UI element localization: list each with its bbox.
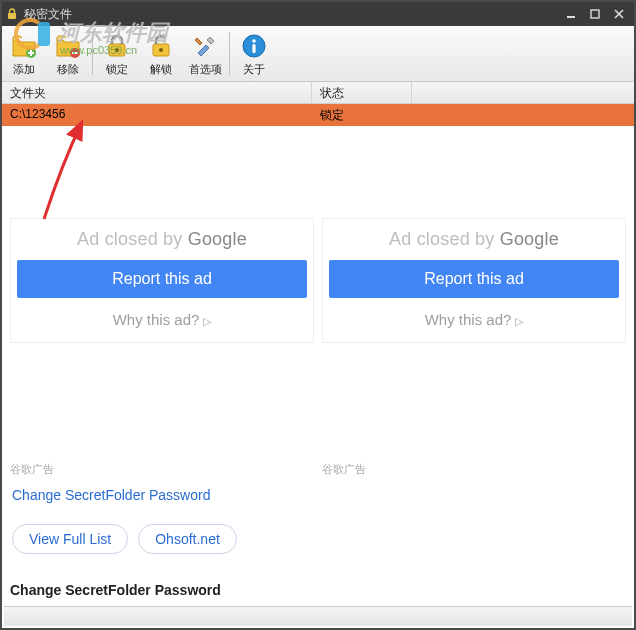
ohsoft-button[interactable]: Ohsoft.net <box>138 524 237 554</box>
lock-icon <box>6 8 18 20</box>
folder-plus-icon <box>10 32 38 60</box>
lock-open-icon <box>147 32 175 60</box>
tools-icon <box>191 32 219 60</box>
table-row[interactable]: C:\123456 锁定 <box>2 104 634 126</box>
svg-point-12 <box>252 39 256 43</box>
lock-button[interactable]: 锁定 <box>95 26 139 81</box>
column-folder[interactable]: 文件夹 <box>2 82 312 103</box>
pill-row: View Full List Ohsoft.net <box>12 524 237 554</box>
preferences-label: 首选项 <box>189 62 222 77</box>
svg-point-8 <box>115 48 119 52</box>
add-button[interactable]: 添加 <box>2 26 46 81</box>
report-ad-button[interactable]: Report this ad <box>329 260 619 298</box>
ad-closed-text: Ad closed by Google <box>329 229 619 250</box>
info-icon <box>240 32 268 60</box>
why-this-ad-button[interactable]: Why this ad?▷ <box>329 304 619 334</box>
preferences-button[interactable]: 首选项 <box>183 26 227 81</box>
adchoices-icon: ▷ <box>203 315 211 327</box>
google-ads-label: 谷歌广告 <box>322 462 366 477</box>
separator <box>229 32 230 75</box>
close-button[interactable] <box>608 5 630 23</box>
remove-label: 移除 <box>57 62 79 77</box>
row-path: C:\123456 <box>2 104 312 126</box>
about-label: 关于 <box>243 62 265 77</box>
unlock-button[interactable]: 解锁 <box>139 26 183 81</box>
ad-box-left: Ad closed by Google Report this ad Why t… <box>10 218 314 343</box>
add-label: 添加 <box>13 62 35 77</box>
window-title: 秘密文件 <box>24 6 558 23</box>
report-ad-button[interactable]: Report this ad <box>17 260 307 298</box>
why-this-ad-button[interactable]: Why this ad?▷ <box>17 304 307 334</box>
svg-rect-0 <box>8 13 16 19</box>
folder-minus-icon <box>54 32 82 60</box>
toolbar: 添加 移除 锁定 解锁 首选项 关于 <box>2 26 634 82</box>
unlock-label: 解锁 <box>150 62 172 77</box>
view-full-list-button[interactable]: View Full List <box>12 524 128 554</box>
ads-container: Ad closed by Google Report this ad Why t… <box>10 218 626 343</box>
lock-label: 锁定 <box>106 62 128 77</box>
list-header: 文件夹 状态 <box>2 82 634 104</box>
status-bar <box>4 606 632 626</box>
link-change-password[interactable]: Change SecretFolder Password <box>12 487 210 503</box>
column-status[interactable]: 状态 <box>312 82 412 103</box>
maximize-button[interactable] <box>584 5 606 23</box>
remove-button[interactable]: 移除 <box>46 26 90 81</box>
separator <box>92 32 93 75</box>
adchoices-icon: ▷ <box>515 315 523 327</box>
titlebar: 秘密文件 <box>2 2 634 26</box>
heading-change-password: Change SecretFolder Password <box>10 582 221 598</box>
svg-point-10 <box>159 48 163 52</box>
about-button[interactable]: 关于 <box>232 26 276 81</box>
svg-rect-2 <box>591 10 599 18</box>
svg-rect-13 <box>252 44 255 53</box>
google-ads-label: 谷歌广告 <box>10 462 54 477</box>
row-status: 锁定 <box>312 104 412 126</box>
ad-box-right: Ad closed by Google Report this ad Why t… <box>322 218 626 343</box>
lock-closed-icon <box>103 32 131 60</box>
ad-closed-text: Ad closed by Google <box>17 229 307 250</box>
minimize-button[interactable] <box>560 5 582 23</box>
